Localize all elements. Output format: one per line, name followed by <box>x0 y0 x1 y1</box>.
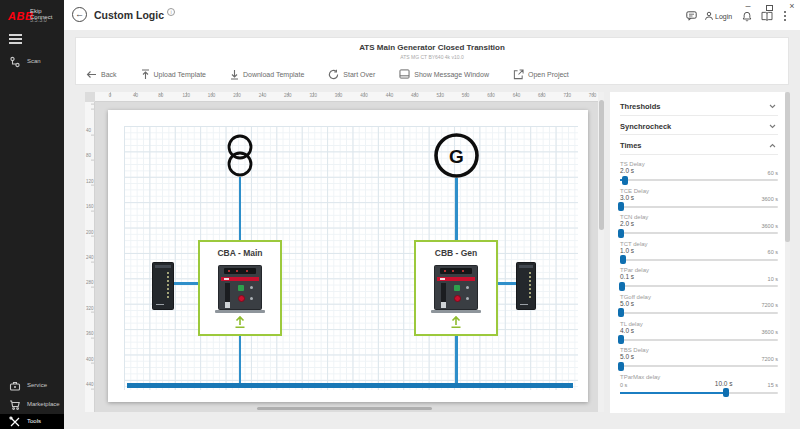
slider-group-tbs-delay: TBS Delay5.0 s7200 s <box>620 346 778 373</box>
ruler-label: 40 <box>86 128 91 133</box>
slider-value: 0.1 s <box>620 273 634 280</box>
sidebar-item-scan[interactable]: Scan <box>0 52 64 72</box>
sidebar-item-tools[interactable]: Tools <box>0 414 64 429</box>
ruler-label: 200 <box>233 93 241 98</box>
notifications-bell-icon[interactable] <box>742 11 752 22</box>
breaker-node-cbb-gen[interactable]: CBB - Gen <box>414 240 498 336</box>
slider-track[interactable] <box>620 365 778 367</box>
slider-track[interactable] <box>620 179 778 181</box>
slider-label: TBS Delay <box>620 346 778 354</box>
slider-thumb[interactable] <box>618 202 624 211</box>
horizontal-ruler: 0408012016020024028032036040044048052056… <box>95 92 598 102</box>
bus-bar[interactable] <box>127 383 573 388</box>
slider-thumb[interactable] <box>618 308 624 317</box>
slider-track[interactable] <box>620 312 778 314</box>
sidebar-item-service[interactable]: Service <box>0 376 64 396</box>
download-template-button[interactable]: Download Template <box>230 69 304 80</box>
canvas-viewport[interactable]: G CBA - Main <box>95 102 598 412</box>
generator-letter: G <box>449 146 464 167</box>
ruler-label: 280 <box>284 93 292 98</box>
download-icon <box>230 69 239 80</box>
login-button[interactable]: Login <box>715 13 732 20</box>
slider-track[interactable] <box>620 339 778 341</box>
breaker-node-cba-main[interactable]: CBA - Main <box>198 240 282 336</box>
section-thresholds[interactable]: Thresholds <box>620 96 778 116</box>
panel-scrollbar[interactable] <box>785 92 790 413</box>
slider-value: 4.0 s <box>620 327 634 334</box>
breaker-title: CBA - Main <box>200 248 280 258</box>
info-icon[interactable]: i <box>167 8 175 16</box>
slider-label: TCE Delay <box>620 186 778 194</box>
slider-track[interactable] <box>620 206 778 208</box>
transformer-symbol[interactable] <box>222 131 258 179</box>
slider-track[interactable] <box>620 259 778 261</box>
user-icon[interactable] <box>704 11 714 21</box>
ekip-module-b[interactable] <box>516 262 536 310</box>
back-arrow-icon <box>86 70 97 79</box>
close-button[interactable]: × <box>786 1 798 11</box>
slider-value: 3.0 s <box>620 194 634 201</box>
slider-group-tct-delay: TCT delay1.0 s60 s <box>620 239 778 266</box>
section-synchrocheck[interactable]: Synchrocheck <box>620 116 778 136</box>
slider-thumb[interactable] <box>620 255 626 264</box>
slider-track[interactable] <box>620 392 778 394</box>
hamburger-menu-icon[interactable] <box>9 34 22 47</box>
ekip-module-a[interactable] <box>152 262 174 310</box>
connector-generator-cbb <box>455 178 458 240</box>
open-project-button[interactable]: Open Project <box>513 69 569 80</box>
more-options-kebab-icon[interactable] <box>784 11 786 23</box>
slider-min: 0 s <box>620 382 627 388</box>
back-button[interactable]: Back <box>86 70 117 79</box>
slider-thumb[interactable] <box>618 362 624 371</box>
ruler-label: 360 <box>335 93 343 98</box>
ruler-label: 240 <box>259 93 267 98</box>
ruler-label: 560 <box>462 93 470 98</box>
back-circle-button[interactable]: ← <box>72 7 87 22</box>
horizontal-scrollbar[interactable] <box>257 407 432 410</box>
connector-transformer-cba <box>239 177 242 240</box>
start-over-button[interactable]: Start Over <box>328 69 375 80</box>
feedback-icon[interactable] <box>686 11 697 21</box>
upload-template-button[interactable]: Upload Template <box>141 69 206 80</box>
vertical-scrollbar[interactable] <box>598 92 604 412</box>
circuit-breaker-image <box>218 265 262 313</box>
maximize-button[interactable] <box>763 3 775 13</box>
slider-value: 10.0 s <box>715 380 733 387</box>
slider-max: 60 s <box>768 170 778 176</box>
ruler-label: 320 <box>309 93 317 98</box>
slider-value: 5.0 s <box>620 300 634 307</box>
sidebar-item-label: Scan <box>27 58 41 64</box>
section-times[interactable]: Times <box>620 135 778 155</box>
card-toolbar: Back Upload Template Download Template S… <box>86 66 569 82</box>
slider-label: TParMax delay <box>620 372 778 380</box>
minimize-button[interactable]: – <box>742 1 754 11</box>
slider-thumb[interactable] <box>618 335 624 344</box>
ruler-label: 240 <box>86 255 94 260</box>
slider-group-tpar-delay: TPar delay0.1 s10 s <box>620 266 778 293</box>
slider-label: TPar delay <box>620 266 778 274</box>
circuit-breaker-image <box>434 265 478 313</box>
slider-thumb[interactable] <box>723 388 729 397</box>
slider-track[interactable] <box>620 232 778 234</box>
connector-cbb-bus <box>455 336 458 383</box>
ruler-label: 520 <box>436 93 444 98</box>
slider-track[interactable] <box>620 285 778 287</box>
chevron-down-icon <box>769 104 776 109</box>
slider-thumb[interactable] <box>618 229 624 238</box>
show-message-window-button[interactable]: Show Message Window <box>399 69 489 79</box>
logic-card-header: ATS Main Generator Closed Transition ATS… <box>75 37 789 85</box>
drawing-page[interactable]: G CBA - Main <box>108 110 588 402</box>
ruler-label: 440 <box>86 382 94 387</box>
generator-symbol[interactable]: G <box>433 132 480 179</box>
slider-max: 60 s <box>768 249 778 255</box>
sidebar-item-marketplace[interactable]: Marketplace <box>0 395 64 415</box>
slider-thumb[interactable] <box>622 176 628 185</box>
ruler-label: 200 <box>86 229 94 234</box>
breaker-title: CBB - Gen <box>416 248 496 258</box>
withdrawn-arrow-icon <box>233 314 248 329</box>
ruler-label: 40 <box>133 93 138 98</box>
sidebar: ABB Ekip Connect 3.5.3.0 Scan Service Ma… <box>0 0 64 429</box>
program-title: ATS Main Generator Closed Transition <box>76 43 788 52</box>
ruler-label: 400 <box>86 356 94 361</box>
slider-thumb[interactable] <box>619 282 625 291</box>
